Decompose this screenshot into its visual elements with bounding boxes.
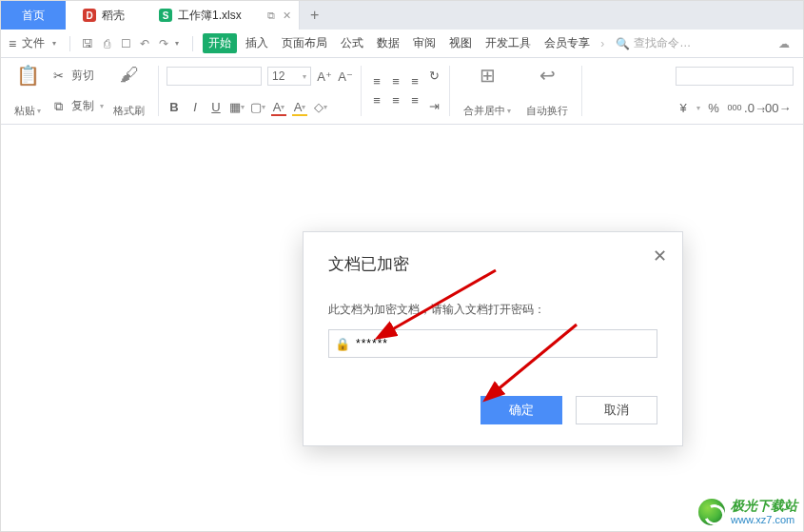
tab-doke[interactable]: D 稻壳 <box>66 1 142 30</box>
password-dialog: 文档已加密 ✕ 此文档为加密文档，请输入文档打开密码： 🔒 确定 取消 <box>303 231 683 446</box>
search-icon: 🔍 <box>616 37 630 50</box>
watermark-logo-icon <box>698 499 725 525</box>
wrap-text-button[interactable]: 自动换行 <box>526 104 568 118</box>
decrease-font-icon[interactable]: A⁻ <box>338 69 353 84</box>
percent-button[interactable]: % <box>706 100 721 115</box>
cancel-button[interactable]: 取消 <box>576 396 657 424</box>
watermark: 极光下载站 www.xz7.com <box>698 499 797 525</box>
thousand-separator-button[interactable]: 000 <box>727 100 742 115</box>
copy-icon: ⧉ <box>50 99 66 114</box>
divider <box>69 36 70 51</box>
redo-icon[interactable]: ↷ <box>156 36 171 51</box>
border-button[interactable]: ▦▾ <box>229 100 245 115</box>
tab-home-label: 首页 <box>22 8 45 24</box>
number-format-group: ¥▾ % 000 .0→ .00→ <box>676 62 795 120</box>
decrease-decimal-button[interactable]: .00→ <box>769 100 784 115</box>
ok-button[interactable]: 确定 <box>480 396 562 424</box>
increase-font-icon[interactable]: A⁺ <box>317 69 332 84</box>
command-search[interactable]: 🔍 查找命令… <box>616 35 691 51</box>
number-format-select[interactable] <box>676 67 794 86</box>
format-painter-button[interactable]: 格式刷 <box>113 104 145 118</box>
font-size-select[interactable]: 12▾ <box>267 67 311 86</box>
lock-icon: 🔒 <box>335 337 350 351</box>
merge-group: ⊞ 合并居中▾ <box>458 62 517 120</box>
paste-button[interactable]: 粘贴▾ <box>14 104 41 118</box>
currency-button[interactable]: ¥ <box>676 100 691 115</box>
watermark-url: www.xz7.com <box>731 514 797 525</box>
font-color-button[interactable]: A▾ <box>271 100 286 115</box>
doke-icon: D <box>83 9 96 22</box>
ribbon-tab-start[interactable]: 开始 <box>203 33 237 53</box>
orientation-icon[interactable]: ↻ <box>426 68 441 83</box>
print-preview-icon[interactable]: ⎙ <box>99 36 114 51</box>
plus-icon: + <box>310 7 319 24</box>
undo-icon[interactable]: ↶ <box>137 36 152 51</box>
align-bottom-icon[interactable]: ≡ <box>407 74 422 89</box>
align-middle-icon[interactable]: ≡ <box>388 74 403 89</box>
cut-button[interactable]: ✂剪切 <box>50 68 104 84</box>
format-painter-icon[interactable]: 🖌 <box>120 64 139 86</box>
password-field-wrapper: 🔒 <box>328 329 657 358</box>
wrap-group: ↩ 自动换行 <box>520 62 574 120</box>
ribbon-tab-pagelayout[interactable]: 页面布局 <box>277 35 332 51</box>
ribbon-tab-formula[interactable]: 公式 <box>336 35 368 51</box>
highlight-button[interactable]: A▾ <box>292 100 307 115</box>
tab-close-icon[interactable]: ✕ <box>283 10 291 22</box>
indent-icon[interactable]: ⇥ <box>426 99 441 114</box>
menu-bar: ≡ 文件 ▾ 🖫 ⎙ ☐ ↶ ↷ ▾ 开始 插入 页面布局 公式 数据 审阅 视… <box>1 30 803 58</box>
watermark-name: 极光下载站 <box>731 499 797 513</box>
underline-button[interactable]: U <box>208 100 224 115</box>
ribbon-tab-member[interactable]: 会员专享 <box>539 35 595 51</box>
align-right-icon[interactable]: ≡ <box>407 93 422 108</box>
ribbon-tab-insert[interactable]: 插入 <box>241 35 273 51</box>
italic-button[interactable]: I <box>187 100 203 115</box>
chevron-right-icon[interactable]: › <box>600 37 604 50</box>
divider <box>361 66 362 116</box>
clear-format-button[interactable]: ◇▾ <box>313 100 328 115</box>
font-family-select[interactable] <box>167 67 262 86</box>
align-center-icon[interactable]: ≡ <box>388 93 403 108</box>
divider <box>581 66 582 116</box>
spreadsheet-icon: S <box>159 9 172 22</box>
print-icon[interactable]: ☐ <box>118 36 133 51</box>
tab-add-button[interactable]: + <box>300 1 330 30</box>
app-tab-bar: 首页 D 稻壳 S 工作簿1.xlsx ⧉ ✕ + <box>1 1 803 30</box>
ribbon-tab-data[interactable]: 数据 <box>372 35 404 51</box>
format-painter-group: 🖌 格式刷 <box>108 62 150 120</box>
align-top-icon[interactable]: ≡ <box>369 74 384 89</box>
fill-color-button[interactable]: ▢▾ <box>250 100 265 115</box>
divider <box>158 66 159 116</box>
indent-group: ↻ ⇥ <box>426 62 441 120</box>
save-icon[interactable]: 🖫 <box>80 36 95 51</box>
tab-home[interactable]: 首页 <box>1 1 66 30</box>
tab-workbook[interactable]: S 工作簿1.xlsx ⧉ ✕ <box>142 1 300 30</box>
tab-share-icon[interactable]: ⧉ <box>267 10 275 22</box>
divider <box>192 36 193 51</box>
copy-button[interactable]: ⧉复制▾ <box>50 98 104 114</box>
password-input[interactable] <box>356 337 651 350</box>
clipboard-side: ✂剪切 ⧉复制▾ <box>50 62 104 120</box>
tab-workbook-label: 工作簿1.xlsx <box>178 8 242 24</box>
cloud-sync-icon[interactable]: ☁ <box>778 37 790 50</box>
dialog-title: 文档已加密 <box>328 253 657 275</box>
align-left-icon[interactable]: ≡ <box>369 93 384 108</box>
command-search-placeholder: 查找命令… <box>634 35 691 51</box>
file-dropdown-caret-icon[interactable]: ▾ <box>52 39 56 48</box>
wrap-text-icon[interactable]: ↩ <box>539 64 556 87</box>
qat-dropdown-caret-icon[interactable]: ▾ <box>175 39 179 48</box>
merge-center-button[interactable]: 合并居中▾ <box>463 104 511 118</box>
dialog-close-button[interactable]: ✕ <box>653 246 667 266</box>
tab-doke-label: 稻壳 <box>102 8 125 24</box>
merge-icon[interactable]: ⊞ <box>480 64 496 87</box>
scissors-icon: ✂ <box>50 68 66 83</box>
paste-icon[interactable]: 📋 <box>16 64 40 87</box>
ribbon: 📋 粘贴▾ ✂剪切 ⧉复制▾ 🖌 格式刷 12▾ A⁺ A⁻ B I U ▦▾ … <box>1 58 803 125</box>
align-group: ≡ ≡ ≡ ≡ ≡ ≡ <box>369 62 422 120</box>
bold-button[interactable]: B <box>167 100 182 115</box>
ribbon-tab-view[interactable]: 视图 <box>444 35 477 51</box>
menu-file[interactable]: 文件 <box>22 35 45 51</box>
ribbon-tab-devtools[interactable]: 开发工具 <box>480 35 536 51</box>
paste-group: 📋 粘贴▾ <box>9 62 47 120</box>
hamburger-icon[interactable]: ≡ <box>9 36 16 51</box>
ribbon-tab-review[interactable]: 审阅 <box>408 35 441 51</box>
